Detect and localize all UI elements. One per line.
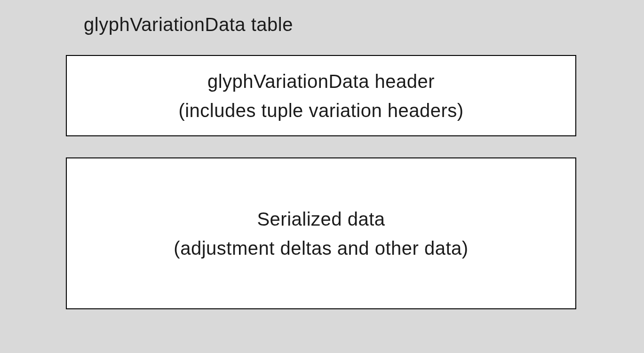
header-box-line1: glyphVariationData header (207, 67, 435, 96)
serialized-data-line1: Serialized data (257, 204, 385, 234)
diagram-title: glyphVariationData table (84, 14, 293, 35)
serialized-data-box: Serialized data (adjustment deltas and o… (66, 157, 576, 309)
serialized-data-line2: (adjustment deltas and other data) (174, 234, 468, 263)
header-box-line2: (includes tuple variation headers) (178, 96, 463, 125)
header-box: glyphVariationData header (includes tupl… (66, 55, 576, 136)
